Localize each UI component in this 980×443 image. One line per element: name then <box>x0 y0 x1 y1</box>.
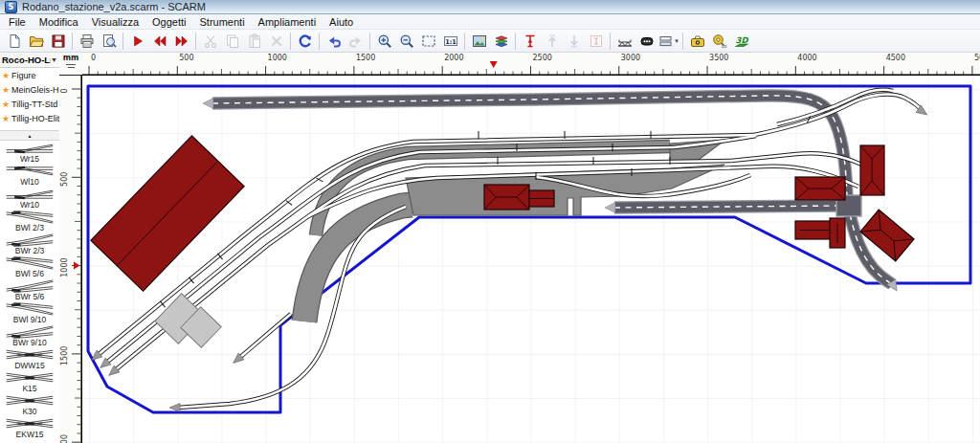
layers-button[interactable] <box>490 30 512 52</box>
menu-file[interactable]: File <box>2 14 33 30</box>
rotate-button[interactable] <box>294 30 316 52</box>
zoom-fit-button[interactable] <box>417 30 439 52</box>
delete-button <box>265 30 287 52</box>
buildings-icon <box>641 37 653 45</box>
zoom-in-button[interactable] <box>373 30 395 52</box>
title-bar[interactable]: S Rodano_stazione_v2a.scarm - SCARM <box>0 0 980 14</box>
new-file-button[interactable] <box>3 30 25 52</box>
copy-button <box>221 30 243 52</box>
track-part-wr10[interactable]: Wr10 <box>0 187 59 210</box>
library-combobox[interactable]: Roco-HO-Ln ▼ <box>0 53 59 68</box>
track-part-bwr-9-10[interactable]: BWr 9/10 <box>0 324 59 347</box>
first-track-button[interactable] <box>126 30 148 52</box>
toolbar-separator <box>464 33 465 50</box>
redo-icon <box>350 36 361 46</box>
svg-text:1500: 1500 <box>60 346 69 365</box>
track-part-label: BWl 5/6 <box>15 270 44 278</box>
menu-oggetti[interactable]: Oggetti <box>145 14 192 30</box>
curved-right-icon <box>7 234 54 247</box>
open-file-icon <box>30 36 43 46</box>
library-item-tillig-tt-std[interactable]: ★Tillig-TT-Std <box>0 97 59 111</box>
track-part-bwl-5-6[interactable]: BWl 5/6 <box>0 255 59 278</box>
previous-track-button[interactable] <box>148 30 170 52</box>
svg-text:500: 500 <box>60 172 69 187</box>
menu-aiuto[interactable]: Aiuto <box>323 14 360 30</box>
menu-visualizza[interactable]: Visualizza <box>85 14 145 30</box>
track-part-k30[interactable]: K30 <box>0 393 59 416</box>
layers-icon <box>496 35 507 46</box>
track-part-bwr-5-6[interactable]: BWr 5/6 <box>0 278 59 301</box>
toolbar-separator <box>682 33 683 50</box>
save-file-icon <box>53 35 64 47</box>
track-style-button[interactable]: ▾ <box>657 30 679 52</box>
star-icon: ★ <box>2 85 10 95</box>
scroll-up-button[interactable]: ▲ <box>0 130 59 141</box>
track-style-icon <box>660 36 671 45</box>
ruler-divider-icon <box>66 64 76 65</box>
toolbar-separator <box>369 33 370 50</box>
buildings-button[interactable] <box>635 30 657 52</box>
track-part-partial[interactable] <box>0 439 59 443</box>
track-part-bwr-2-3[interactable]: BWr 2/3 <box>0 233 59 255</box>
rotate-icon <box>300 35 310 46</box>
zoom-out-button[interactable] <box>395 30 417 52</box>
track-part-wr15[interactable]: Wr15 <box>0 141 59 164</box>
library-item-label: Tillig-TT-Std <box>11 100 57 109</box>
undo-icon <box>329 36 340 46</box>
toolbar-separator <box>515 33 516 50</box>
svg-text:4500: 4500 <box>886 54 905 62</box>
track-part-k15[interactable]: K15 <box>0 370 59 393</box>
menu-modifica[interactable]: Modifica <box>33 14 85 30</box>
measure-button[interactable] <box>708 30 730 52</box>
svg-text:2500: 2500 <box>532 54 551 62</box>
track-part-ekw15[interactable]: EKW15 <box>0 416 59 439</box>
print-button[interactable] <box>76 30 98 52</box>
toolbar-separator <box>319 33 320 50</box>
curved-left-icon <box>7 211 54 224</box>
toolbox-button[interactable] <box>686 30 708 52</box>
ruler-units-box[interactable]: mm <box>59 53 82 76</box>
undo-button[interactable] <box>323 30 345 52</box>
print-icon <box>81 34 93 47</box>
track-plan-canvas[interactable] <box>82 76 980 443</box>
baseline-button[interactable] <box>519 30 541 52</box>
svg-text:1:1: 1:1 <box>445 37 457 45</box>
save-file-button[interactable] <box>47 30 69 52</box>
zoom-actual-button[interactable]: 1:1 <box>439 30 461 52</box>
next-track-button[interactable] <box>170 30 192 52</box>
library-item-figure[interactable]: ★Figure <box>0 68 59 82</box>
track-parts-list: Wr15Wl10Wr10BWl 2/3BWr 2/3BWl 5/6BWr 5/6… <box>0 141 59 443</box>
crossing-icon <box>7 373 54 382</box>
star-icon: ★ <box>2 114 10 123</box>
toolbar: 1:1▾3D <box>0 30 980 53</box>
print-preview-icon <box>103 34 116 47</box>
track-part-label: Wr10 <box>20 201 39 210</box>
toolbar-separator <box>610 33 611 50</box>
window-title: Rodano_stazione_v2a.scarm - SCARM <box>22 0 206 14</box>
baseline-icon <box>525 35 534 46</box>
app-icon: S <box>5 1 17 13</box>
bridges-icon <box>618 39 632 46</box>
menu-ampliamenti[interactable]: Ampliamenti <box>252 14 323 30</box>
track-part-wl10[interactable]: Wl10 <box>0 164 59 187</box>
track-part-label: BWl 2/3 <box>15 224 44 233</box>
background-image-button[interactable] <box>468 30 490 52</box>
toolbar-separator <box>290 33 291 50</box>
track-part-label: Wr15 <box>20 155 39 164</box>
svg-text:3500: 3500 <box>709 54 728 62</box>
bridges-button[interactable] <box>613 30 635 52</box>
track-part-label: BWr 9/10 <box>12 339 46 347</box>
print-preview-button[interactable] <box>98 30 120 52</box>
library-item-meingleis-ho-7[interactable]: ★MeinGleis-HO-7 <box>0 82 59 97</box>
menu-strumenti[interactable]: Strumenti <box>193 14 252 30</box>
open-file-button[interactable] <box>25 30 47 52</box>
track-part-bwl-9-10[interactable]: BWl 9/10 <box>0 301 59 324</box>
svg-text:0: 0 <box>60 88 69 93</box>
track-part-bwl-2-3[interactable]: BWl 2/3 <box>0 210 59 233</box>
view-3d-button[interactable]: 3D <box>730 30 752 52</box>
turnout-right-icon <box>7 190 54 199</box>
library-item-tillig-ho-elite[interactable]: ★Tillig-HO-Elite <box>0 111 59 125</box>
track-part-label: K30 <box>22 408 36 416</box>
library-item-label: Figure <box>11 71 36 80</box>
track-part-dww15[interactable]: DWW15 <box>0 347 59 370</box>
